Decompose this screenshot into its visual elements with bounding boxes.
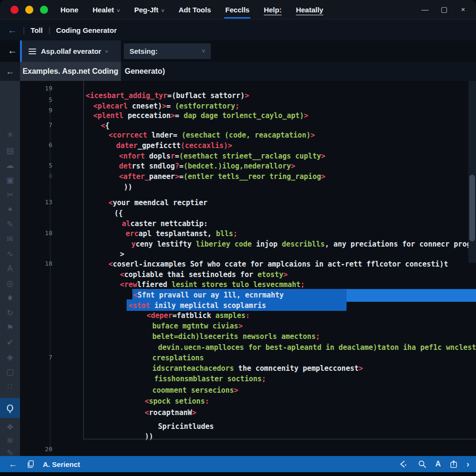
code-line[interactable]: <{ <box>101 120 109 131</box>
menu-item-hone[interactable]: Hone <box>60 4 79 16</box>
code-token: belet=dich)lsecerits newsorls amectons <box>152 332 316 341</box>
code-token: buface mgtntw civias <box>152 322 238 330</box>
code-line[interactable]: Spricintludes <box>158 421 214 432</box>
menu-item-heatally[interactable]: Heatally <box>296 4 324 16</box>
code-line[interactable]: alcaster nettcabtip: <box>122 218 208 229</box>
code-token: = <box>173 131 181 139</box>
code-line[interactable]: <coserl-incxamples Sof who ccate for amp… <box>109 259 448 269</box>
flag-icon[interactable]: ⚑ <box>0 320 20 335</box>
code-line[interactable]: <stot inily meplictal scoplamris <box>129 300 266 311</box>
code-line[interactable]: <spock setions: <box>145 396 209 407</box>
copy-page-icon[interactable] <box>25 458 37 470</box>
code-line[interactable]: <copliable thai sestinoleds for etosty> <box>120 269 288 280</box>
cloud-icon[interactable]: ☁ <box>0 158 20 172</box>
back-arrow-icon[interactable]: ← <box>0 62 20 81</box>
code-token: (buflact sattorr) <box>172 91 245 100</box>
code-line[interactable]: <Sfnt pravall our ay 1ll, ecnrmahty <box>133 290 284 300</box>
window-controls: — ▢ × <box>421 5 467 14</box>
gem-icon[interactable]: ♦ <box>0 291 20 305</box>
sparkle-icon[interactable]: ✦ <box>0 202 20 217</box>
back-arrow-icon[interactable]: ← <box>9 459 17 469</box>
code-line[interactable]: ercapl tesplantanst, blls; <box>126 228 238 239</box>
chevron-right-icon[interactable]: › <box>466 459 469 469</box>
back-arrow-icon[interactable]: ← <box>8 45 17 56</box>
code-line[interactable]: ({ <box>114 208 123 218</box>
tab-examples-aspnet-coding[interactable]: Examples. Asp.net Coding <box>20 62 121 81</box>
editor-border <box>83 439 476 439</box>
code-line[interactable]: buface mgtntw civias> <box>152 321 243 331</box>
maximize-light-icon[interactable] <box>40 6 48 14</box>
back-arrow-icon[interactable]: ← <box>8 25 17 36</box>
status-bar: ← A. Serienct A › <box>0 456 476 472</box>
mail-icon[interactable]: ✉ <box>0 232 20 246</box>
sync-icon[interactable]: ↻ <box>0 306 20 320</box>
search-icon[interactable] <box>416 458 428 470</box>
code-line[interactable]: )) <box>124 182 132 192</box>
maximize-icon[interactable]: ▢ <box>440 5 448 14</box>
panel-icon[interactable]: ▣ <box>0 173 20 187</box>
dots-icon[interactable]: ∷ <box>0 379 20 394</box>
minimize-light-icon[interactable] <box>25 6 33 14</box>
code-line[interactable]: > <box>120 249 124 259</box>
code-line[interactable]: idscranteachacedors the comncenity pempl… <box>152 363 363 374</box>
code-line[interactable]: <corrcect lnder= (esechact (code, reacap… <box>109 130 315 140</box>
code-line[interactable]: dater_gpeficctt(ceccaxlis)> <box>116 140 232 151</box>
code-line[interactable]: <rewlfiered lesint stores tulo lesvecmma… <box>120 279 305 290</box>
clipboard-export-icon[interactable] <box>447 458 460 470</box>
divider: | <box>23 26 25 35</box>
close-icon[interactable]: × <box>459 5 467 14</box>
close-light-icon[interactable] <box>10 6 19 14</box>
line-number: 19 <box>29 84 52 93</box>
code-token: <after_ <box>119 172 149 181</box>
menu-item-healet[interactable]: Healet˅ <box>93 4 120 16</box>
scissors-icon[interactable]: ✂ <box>0 188 20 202</box>
code-token: )) <box>145 432 153 441</box>
code-line[interactable]: <your meendcal recptier <box>109 198 208 208</box>
hook-icon[interactable]: ∿ <box>0 247 20 261</box>
code-line[interactable]: <deper=fatblick asmples: <box>147 310 250 321</box>
settings-dropdown[interactable]: Setsing: ˅ <box>124 43 211 59</box>
code-line[interactable]: <nfort doplsr=(esethact strieet__raclags… <box>119 151 325 161</box>
scrollbar-thumb[interactable] <box>469 175 475 241</box>
image-icon[interactable]: ▤ <box>0 143 20 158</box>
code-line[interactable]: detrst sndlog?=(bedcet.)ilog,nederallory… <box>119 161 295 171</box>
code-token: < <box>145 408 149 417</box>
code-line[interactable]: <icesbart_addig_tyr=(buflact sattorr)> <box>86 90 249 101</box>
pencil-icon[interactable]: ✎ <box>0 446 20 456</box>
menu-item-peg-jft[interactable]: Peg-Jft˅ <box>134 4 164 16</box>
toolbar: ← Asp.ollaf everator ˅ Setsing: ˅ <box>0 40 476 62</box>
text-icon[interactable]: A <box>0 261 20 276</box>
code-line[interactable]: <after_paneer>=(entler tetls__reor tring… <box>119 171 325 182</box>
letter-a-icon[interactable]: A <box>435 460 441 468</box>
chevron-down-icon: ˅ <box>202 48 205 55</box>
code-token: blls <box>216 229 233 238</box>
generator-selector[interactable]: Asp.ollaf everator ˅ <box>22 40 121 62</box>
share-icon[interactable]: ✳ <box>0 128 20 142</box>
code-line[interactable]: cresplations <box>152 353 204 363</box>
draw-icon[interactable]: ✎ <box>0 217 20 231</box>
menu-item-help-[interactable]: Help: <box>264 4 282 16</box>
code-line[interactable]: )) <box>145 431 153 442</box>
book-icon[interactable]: ◈ <box>0 350 20 364</box>
code-line[interactable]: <rocaptnanW> <box>145 407 196 418</box>
lasso-icon[interactable]: Ϙ <box>0 401 20 415</box>
code-line[interactable]: devin.uecn-amplloces for best-apleantd i… <box>158 342 476 353</box>
code-token: > <box>310 131 315 139</box>
code-share-icon[interactable] <box>397 458 409 470</box>
target-icon[interactable]: ◎ <box>0 276 20 290</box>
code-line[interactable]: <plentl pecceation>= dap dage torlenct_c… <box>93 110 308 121</box>
code-line[interactable]: <plecarl cneset)>= (estforrattory; <box>93 101 239 111</box>
menu-item-fecclls[interactable]: Fecclls <box>225 4 249 16</box>
code-line[interactable]: yceny lestifty liberiey code injop descr… <box>131 239 476 249</box>
frame-icon[interactable]: ❖ <box>0 420 20 434</box>
menu-item-adt-tools[interactable]: Adt Tools <box>178 4 211 16</box>
code-token: <rew <box>120 280 137 289</box>
minimize-icon[interactable]: — <box>421 5 429 14</box>
breadcrumb-tool[interactable]: Toll <box>30 26 43 34</box>
code-token: coserl-incxamples Sof who ccate for ampl… <box>113 260 448 268</box>
check-icon[interactable]: ✔ <box>0 335 20 349</box>
code-line[interactable]: belet=dich)lsecerits newsorls amectons; <box>152 331 320 342</box>
code-line[interactable]: coomment sersecions> <box>152 385 238 396</box>
code-line[interactable]: fisshonsmblaster soctions; <box>154 374 266 384</box>
folder-icon[interactable]: ▢ <box>0 365 20 379</box>
